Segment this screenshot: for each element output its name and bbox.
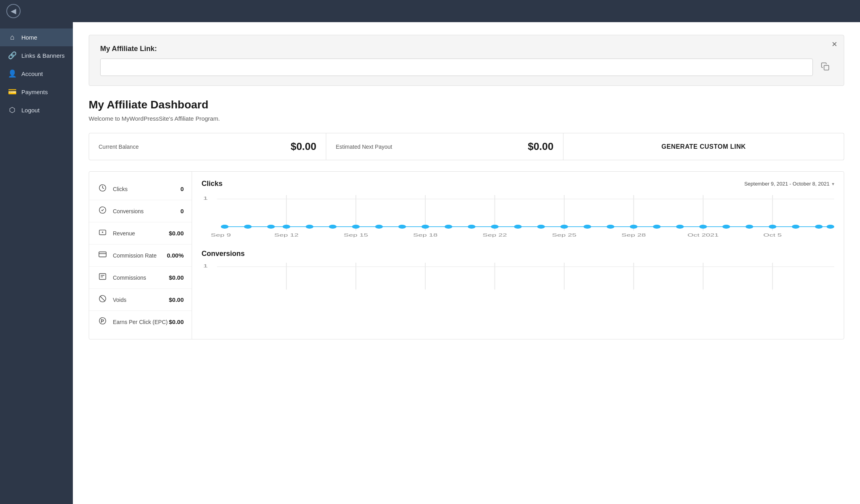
affiliate-link-row <box>100 59 833 76</box>
metric-left-voids: Voids <box>97 294 126 305</box>
metric-name-clicks: Clicks <box>113 186 127 192</box>
svg-point-33 <box>445 225 452 229</box>
conversions-icon <box>97 206 108 216</box>
svg-text:1: 1 <box>203 196 208 201</box>
svg-text:Oct 2021: Oct 2021 <box>687 233 719 237</box>
svg-point-44 <box>699 225 707 229</box>
voids-icon <box>97 294 108 305</box>
epc-icon <box>97 316 108 327</box>
svg-text:Sep 28: Sep 28 <box>621 233 646 237</box>
clicks-chart: 1 <box>202 191 834 240</box>
copy-button[interactable] <box>818 61 833 74</box>
svg-text:Sep 25: Sep 25 <box>552 233 577 237</box>
main-content: ✕ My Affiliate Link: My Affiliate Dashbo… <box>73 22 860 504</box>
home-icon: ⌂ <box>8 33 17 42</box>
sidebar: ⌂ Home 🔗 Links & Banners 👤 Account 💳 Pay… <box>0 22 73 504</box>
svg-rect-6 <box>99 274 106 280</box>
conversions-chart-title: Conversions <box>202 250 834 258</box>
svg-point-39 <box>584 225 591 229</box>
sidebar-label-links: Links & Banners <box>21 52 65 59</box>
metric-value-conversions: 0 <box>181 208 184 214</box>
metric-row-clicks: Clicks 0 <box>89 178 192 200</box>
svg-point-47 <box>769 225 776 229</box>
clicks-chart-title: Clicks <box>202 180 223 188</box>
metric-value-epc: $0.00 <box>169 318 184 325</box>
svg-point-32 <box>421 225 429 229</box>
chart-header: Clicks September 9, 2021 - October 8, 20… <box>202 180 834 188</box>
svg-point-29 <box>352 225 360 229</box>
svg-point-50 <box>827 225 834 229</box>
stats-row: Current Balance $0.00 Estimated Next Pay… <box>89 133 844 160</box>
clicks-chart-svg: 1 <box>202 191 834 239</box>
account-icon: 👤 <box>8 69 17 78</box>
current-balance-label: Current Balance <box>99 144 139 150</box>
date-range-text: September 9, 2021 - October 8, 2021 <box>744 181 830 187</box>
svg-line-10 <box>100 296 105 301</box>
metric-row-commission-rate: Commission Rate 0.00% <box>89 244 192 267</box>
svg-text:Sep 12: Sep 12 <box>274 233 299 237</box>
logout-icon: ⬡ <box>8 106 17 114</box>
commissions-icon <box>97 272 108 283</box>
svg-point-31 <box>398 225 406 229</box>
close-button[interactable]: ✕ <box>831 40 837 49</box>
svg-point-30 <box>375 225 382 229</box>
payments-icon: 💳 <box>8 87 17 96</box>
metric-value-revenue: $0.00 <box>169 230 184 237</box>
sidebar-item-account[interactable]: 👤 Account <box>0 64 73 83</box>
sidebar-label-logout: Logout <box>21 107 40 114</box>
sidebar-item-logout[interactable]: ⬡ Logout <box>0 101 73 119</box>
metric-value-voids: $0.00 <box>169 296 184 303</box>
svg-point-34 <box>468 225 475 229</box>
generate-link-label: GENERATE CUSTOM LINK <box>662 143 746 150</box>
svg-rect-4 <box>99 252 106 257</box>
sidebar-label-payments: Payments <box>21 89 48 95</box>
affiliate-link-card: ✕ My Affiliate Link: <box>89 35 844 86</box>
current-balance-value: $0.00 <box>291 140 316 153</box>
analytics-container: Clicks 0 Conversions 0 Revenue $0.00 Com… <box>89 171 844 339</box>
svg-point-27 <box>306 225 313 229</box>
metrics-panel: Clicks 0 Conversions 0 Revenue $0.00 Com… <box>89 172 192 339</box>
svg-text:1: 1 <box>203 263 208 268</box>
svg-rect-0 <box>824 65 829 70</box>
sidebar-item-links-banners[interactable]: 🔗 Links & Banners <box>0 46 73 64</box>
sidebar-item-home[interactable]: ⌂ Home <box>0 28 73 46</box>
metric-left-epc: Earns Per Click (EPC) <box>97 316 167 327</box>
metric-left-commissions: Commissions <box>97 272 146 283</box>
next-payout-card: Estimated Next Payout $0.00 <box>326 133 563 160</box>
metric-name-epc: Earns Per Click (EPC) <box>113 319 167 325</box>
svg-point-26 <box>283 225 290 229</box>
svg-point-45 <box>722 225 730 229</box>
svg-point-49 <box>815 225 822 229</box>
chevron-down-icon: ▾ <box>832 181 834 187</box>
svg-point-35 <box>491 225 498 229</box>
sidebar-label-home: Home <box>21 34 37 41</box>
sidebar-item-payments[interactable]: 💳 Payments <box>0 83 73 101</box>
date-range-selector[interactable]: September 9, 2021 - October 8, 2021 ▾ <box>744 181 834 187</box>
svg-point-48 <box>792 225 799 229</box>
svg-text:Sep 15: Sep 15 <box>344 233 368 237</box>
commission-rate-icon <box>97 250 108 261</box>
metric-row-revenue: Revenue $0.00 <box>89 222 192 244</box>
metric-name-voids: Voids <box>113 297 126 303</box>
svg-point-40 <box>607 225 614 229</box>
svg-text:Sep 18: Sep 18 <box>413 233 438 237</box>
svg-point-46 <box>746 225 753 229</box>
current-balance-card: Current Balance $0.00 <box>89 133 326 160</box>
metric-value-commission-rate: 0.00% <box>167 252 184 259</box>
metric-name-conversions: Conversions <box>113 208 144 214</box>
generate-custom-link-button[interactable]: GENERATE CUSTOM LINK <box>563 133 844 160</box>
svg-text:Sep 22: Sep 22 <box>483 233 507 237</box>
charts-panel: Clicks September 9, 2021 - October 8, 20… <box>192 172 844 339</box>
svg-text:Sep 9: Sep 9 <box>211 233 231 237</box>
svg-point-43 <box>676 225 684 229</box>
metric-left-revenue: Revenue <box>97 228 135 239</box>
link-icon: 🔗 <box>8 51 17 60</box>
dashboard-title: My Affiliate Dashboard <box>89 99 844 111</box>
metric-row-voids: Voids $0.00 <box>89 289 192 311</box>
svg-point-38 <box>560 225 568 229</box>
affiliate-link-input[interactable] <box>100 59 813 76</box>
back-button[interactable]: ◀ <box>6 4 21 18</box>
next-payout-value: $0.00 <box>528 140 554 153</box>
metric-row-conversions: Conversions 0 <box>89 200 192 222</box>
svg-point-41 <box>630 225 637 229</box>
